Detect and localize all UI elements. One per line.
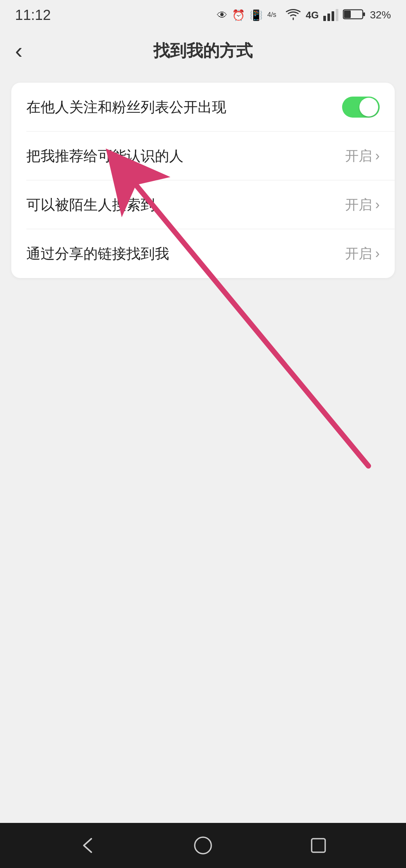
page-title: 找到我的方式 [153,40,253,62]
status-time: 11:12 [15,7,51,23]
find-link-chevron: › [375,246,380,262]
searchable-chevron: › [375,197,380,213]
svg-rect-3 [332,11,334,21]
toggle-knob [359,98,378,116]
recommend-label: 把我推荐给可能认识的人 [26,147,183,166]
bottom-recent-button[interactable] [307,834,330,857]
battery-icon [343,8,365,22]
recommend-chevron: › [375,148,380,164]
settings-item-public-appearance[interactable]: 在他人关注和粉丝列表公开出现 [11,83,395,132]
settings-item-recommend[interactable]: 把我推荐给可能认识的人 开启 › [11,132,395,180]
find-link-right: 开启 › [345,245,380,263]
bottom-home-button[interactable] [192,834,214,857]
bottom-bar [0,823,406,868]
recommend-right: 开启 › [345,147,380,165]
svg-rect-7 [363,12,365,16]
settings-item-find-link[interactable]: 通过分享的链接找到我 开启 › [11,229,395,278]
main-content: 在他人关注和粉丝列表公开出现 把我推荐给可能认识的人 开启 › 可以被陌生人搜索… [0,71,406,289]
signal-icon [323,8,338,23]
status-bar: 11:12 👁 ⏰ 📳 4/s 4G [0,0,406,30]
back-button[interactable]: ‹ [15,39,23,62]
eye-icon: 👁 [217,9,227,21]
svg-text:4/s: 4/s [267,11,276,18]
searchable-right: 开启 › [345,196,380,214]
settings-item-searchable[interactable]: 可以被陌生人搜索到 开启 › [11,180,395,229]
wifi-icon [285,8,301,23]
svg-point-9 [195,837,211,854]
svg-rect-1 [323,16,326,21]
svg-rect-2 [327,14,330,21]
network-speed: 4/s [267,7,281,23]
find-link-label: 通过分享的链接找到我 [26,244,169,263]
status-icons: 👁 ⏰ 📳 4/s 4G [217,7,391,23]
svg-rect-4 [336,9,338,21]
find-link-value: 开启 [345,245,372,263]
public-appearance-toggle[interactable] [342,97,380,118]
bottom-back-button[interactable] [76,834,99,857]
searchable-label: 可以被陌生人搜索到 [26,195,155,215]
network-type: 4G [306,9,319,21]
nav-bar: ‹ 找到我的方式 [0,30,406,71]
settings-card: 在他人关注和粉丝列表公开出现 把我推荐给可能认识的人 开启 › 可以被陌生人搜索… [11,83,395,278]
battery-percent: 32% [370,9,391,21]
public-appearance-label: 在他人关注和粉丝列表公开出现 [26,98,226,117]
alarm-icon: ⏰ [232,9,245,21]
vibrate-icon: 📳 [250,9,263,21]
recommend-value: 开启 [345,147,372,165]
svg-rect-10 [312,839,325,852]
searchable-value: 开启 [345,196,372,214]
svg-rect-6 [344,11,351,18]
